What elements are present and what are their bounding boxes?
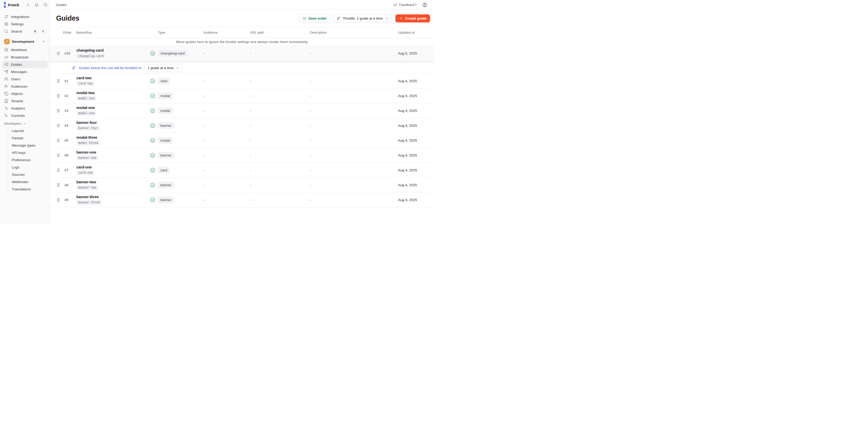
guide-updated-at: Aug 4, 2025: [398, 153, 434, 157]
guide-type: banner: [150, 182, 204, 188]
sidebar-item-translations[interactable]: Translations: [8, 185, 48, 193]
sidebar-item-label: Tenants: [11, 99, 23, 103]
guide-row[interactable]: #10changelog-cardchangelog-cardchangelog…: [50, 45, 434, 61]
guide-key-badge: modal-two: [76, 96, 96, 101]
drag-handle[interactable]: [55, 153, 61, 158]
account-menu-button[interactable]: [422, 2, 427, 7]
sidebar-item-objects[interactable]: Objects: [2, 90, 48, 97]
bell-icon: [35, 3, 39, 7]
check-circle-icon: [150, 78, 155, 84]
guide-audience: -: [204, 124, 250, 128]
sidebar-item-messages[interactable]: Messages: [2, 68, 48, 75]
guide-updated-at: Aug 4, 2025: [398, 109, 434, 113]
guide-description: -: [310, 109, 398, 113]
sidebar-item-broadcasts[interactable]: Broadcasts: [2, 54, 48, 61]
guide-updated-at: Aug 4, 2025: [398, 138, 434, 142]
guide-key-badge: card-one: [76, 170, 94, 175]
drag-handle[interactable]: [55, 198, 61, 202]
guide-url-path: -: [250, 79, 310, 83]
commit-icon: [4, 114, 8, 118]
sidebar: k Knock IntegrationsSettingsSearch⌘K Dev…: [0, 0, 50, 224]
sidebar-item-message-types[interactable]: Message types: [8, 141, 48, 149]
sidebar-item-commits[interactable]: Commits: [2, 112, 48, 119]
sidebar-item-audiences[interactable]: Audiences: [2, 83, 48, 90]
sidebar-item-label: Integrations: [11, 15, 29, 19]
check-circle-icon: [150, 153, 155, 158]
guide-row[interactable]: #9banner-threebanner-threebanner---Aug 4…: [50, 192, 434, 207]
workspace-switcher-button[interactable]: [26, 3, 30, 6]
guide-order: #6: [61, 153, 76, 157]
chevrons-up-down-icon: [26, 3, 30, 6]
sidebar-item-label: Broadcasts: [11, 55, 29, 59]
guide-row[interactable]: #3modal-onemodal-onemodal---Aug 4, 2025: [50, 103, 434, 118]
developers-section-toggle[interactable]: Developers: [2, 120, 48, 126]
column-header-url-path: URL path: [250, 31, 310, 34]
create-guide-button[interactable]: Create guide: [395, 14, 430, 23]
guide-name-key: card-onecard-one: [76, 165, 150, 175]
guide-type: banner: [150, 122, 204, 129]
save-order-button[interactable]: Save order: [299, 14, 330, 23]
guide-row[interactable]: #6banner-onebanner-onebanner---Aug 4, 20…: [50, 148, 434, 163]
notifications-bell-button[interactable]: [35, 3, 39, 7]
sidebar-item-api-keys[interactable]: API keys: [8, 149, 48, 156]
users-icon: [4, 77, 8, 81]
sidebar-item-guides[interactable]: Guides: [2, 61, 48, 68]
sidebar-item-label: Commits: [11, 114, 25, 118]
sidebar-item-preferences[interactable]: Preferences: [8, 156, 48, 163]
chevron-down-icon: [23, 122, 26, 125]
sidebar-item-workflows[interactable]: Workflows: [2, 46, 48, 54]
guide-key-badge: modal-one: [76, 111, 96, 116]
guide-row[interactable]: #1card-twocard-twocard---Aug 4, 2025: [50, 73, 434, 88]
sidebar-item-analytics[interactable]: Analytics: [2, 104, 48, 112]
drag-handle[interactable]: [55, 123, 61, 128]
user-check-icon: [4, 84, 8, 88]
environment-switcher[interactable]: Development: [2, 37, 48, 45]
search-icon: [43, 3, 48, 7]
sidebar-item-sources[interactable]: Sources: [8, 171, 48, 178]
developers-label: Developers: [4, 122, 21, 125]
sidebar-item-label: Sources: [12, 173, 25, 177]
guide-name-key: modal-onemodal-one: [76, 106, 150, 116]
throttle-icon: [72, 66, 76, 70]
throttle-dropdown-button[interactable]: Throttle: 1 guide at a time: [333, 14, 392, 23]
guide-row[interactable]: #5modal-threemodal-threemodal---Aug 4, 2…: [50, 133, 434, 148]
column-header-name-key: Name/Key: [76, 31, 150, 34]
drag-handle[interactable]: [55, 183, 61, 187]
sidebar-item-label: Analytics: [11, 106, 25, 110]
grip-icon: [57, 168, 60, 172]
check-circle-icon: [150, 78, 155, 84]
create-guide-label: Create guide: [405, 17, 427, 20]
drag-handle[interactable]: [55, 94, 61, 98]
throttle-count-select[interactable]: 1 guide at a time: [145, 64, 182, 72]
drag-handle[interactable]: [55, 138, 61, 142]
drag-handle[interactable]: [55, 79, 61, 83]
sidebar-item-search[interactable]: Search⌘K: [2, 28, 48, 35]
guide-url-path: -: [250, 138, 310, 142]
drag-handle[interactable]: [55, 51, 61, 56]
sidebar-item-logs[interactable]: Logs: [8, 163, 48, 171]
sidebar-item-webhooks[interactable]: Webhooks: [8, 178, 48, 185]
main-content: Guides Feedback? Guides Save order: [50, 0, 434, 224]
guides-table: OrderName/KeyTypeAudienceURL pathDescrip…: [50, 27, 434, 224]
sidebar-item-integrations[interactable]: Integrations: [2, 13, 48, 20]
list-checks-icon: [302, 17, 306, 20]
gear-icon: [4, 22, 8, 26]
guide-row[interactable]: #4banner-fourbanner-fourbanner---Aug 4, …: [50, 118, 434, 133]
sidebar-item-settings[interactable]: Settings: [2, 20, 48, 28]
drag-handle[interactable]: [55, 168, 61, 172]
sidebar-item-layouts[interactable]: Layouts: [8, 127, 48, 134]
plus-icon: [399, 17, 403, 20]
guide-name-key: banner-fourbanner-four: [76, 121, 150, 131]
throttle-divider-row: Guides below this row will be throttled …: [50, 62, 434, 73]
sidebar-item-partials[interactable]: Partials: [8, 134, 48, 141]
guide-url-path: -: [250, 124, 310, 128]
search-button[interactable]: [43, 3, 48, 7]
sidebar-item-users[interactable]: Users: [2, 75, 48, 83]
guide-row[interactable]: #7card-onecard-onecard---Aug 4, 2025: [50, 163, 434, 178]
guide-updated-at: Aug 4, 2025: [398, 168, 434, 172]
feedback-button[interactable]: Feedback?: [393, 3, 416, 7]
guide-row[interactable]: #2modal-twomodal-twomodal---Aug 4, 2025: [50, 88, 434, 103]
guide-row[interactable]: #8banner-twobanner-twobanner---Aug 4, 20…: [50, 178, 434, 192]
sidebar-item-tenants[interactable]: Tenants: [2, 97, 48, 104]
drag-handle[interactable]: [55, 108, 61, 113]
